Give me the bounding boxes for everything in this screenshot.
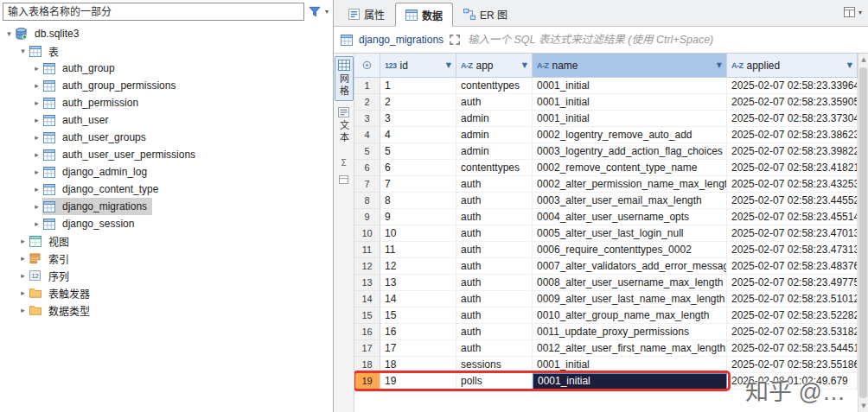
- grid-cell-applied[interactable]: 2025-02-07 02:58:23.418212: [727, 160, 858, 176]
- tree-item-tables-folder[interactable]: ▾表: [0, 42, 333, 60]
- grid-cell-app[interactable]: admin: [456, 127, 533, 143]
- grid-cell-name[interactable]: 0008_alter_user_username_max_length: [533, 275, 727, 291]
- grid-cell-applied[interactable]: 2025-02-07 02:58:23.522828: [727, 307, 858, 324]
- grid-cell-applied[interactable]: 2025-02-07 02:58:23.510125: [727, 291, 858, 307]
- grid-cell-id[interactable]: 7: [380, 176, 456, 193]
- grid-cell-app[interactable]: auth: [456, 176, 533, 193]
- strip-tab-grid-view[interactable]: 网格: [335, 56, 354, 101]
- scroll-up-icon[interactable]: ▲: [858, 54, 868, 66]
- grid-cell-app[interactable]: polls: [456, 373, 533, 390]
- grid-cell-name[interactable]: 0001_initial: [533, 94, 727, 111]
- filter-funnel-icon[interactable]: [309, 6, 321, 17]
- tree-item-table-auth-user[interactable]: ▸auth_user: [0, 111, 333, 129]
- column-header-id[interactable]: 123id▼: [380, 54, 456, 77]
- value-panel-icon[interactable]: [339, 175, 348, 184]
- row-number[interactable]: 17: [354, 340, 380, 357]
- grid-cell-id[interactable]: 15: [380, 307, 456, 324]
- grid-cell-id[interactable]: 11: [380, 242, 456, 258]
- grid-cell-id[interactable]: 6: [380, 160, 456, 176]
- row-number[interactable]: 8: [354, 193, 380, 209]
- column-filter-caret-icon[interactable]: ▼: [446, 61, 451, 69]
- caret-down-icon[interactable]: ▾: [3, 29, 15, 38]
- grid-cell-app[interactable]: contenttypes: [456, 160, 533, 176]
- caret-right-icon[interactable]: ▸: [17, 306, 29, 314]
- caret-right-icon[interactable]: ▸: [17, 288, 29, 297]
- grid-cell-applied[interactable]: 2025-02-07 02:58:23.359050: [727, 94, 858, 111]
- caret-right-icon[interactable]: ▸: [17, 237, 29, 245]
- grid-cell-id[interactable]: 14: [380, 291, 456, 307]
- grid-cell-applied[interactable]: 2025-02-07 02:58:23.551864: [727, 357, 858, 373]
- tree-item-table-auth-user-user-permissions[interactable]: ▸auth_user_user_permissions: [0, 146, 333, 163]
- row-number[interactable]: 1: [354, 78, 380, 94]
- column-header-applied[interactable]: A-Zapplied▼: [727, 54, 858, 77]
- row-number[interactable]: 9: [354, 209, 380, 225]
- grid-cell-app[interactable]: auth: [456, 307, 533, 324]
- aggregate-sum-icon[interactable]: Σ: [341, 157, 347, 168]
- grid-cell-app[interactable]: contenttypes: [456, 78, 533, 94]
- grid-cell-id[interactable]: 16: [380, 324, 456, 340]
- grid-cell-app[interactable]: auth: [456, 291, 533, 307]
- row-number[interactable]: 15: [354, 307, 380, 324]
- grid-cell-applied[interactable]: 2025-02-07 02:58:23.398225: [727, 143, 858, 160]
- column-header-app[interactable]: A-Zapp▼: [456, 54, 533, 77]
- row-number[interactable]: 18: [354, 357, 380, 373]
- tree-item-connection-db-sqlite3[interactable]: ▾db.sqlite3: [0, 25, 333, 42]
- grid-cell-id[interactable]: 4: [380, 127, 456, 143]
- current-table-name[interactable]: django_migrations: [359, 34, 444, 46]
- caret-right-icon[interactable]: ▸: [31, 98, 42, 107]
- row-number[interactable]: 2: [354, 94, 380, 111]
- grid-cell-name[interactable]: 0002_alter_permission_name_max_length: [533, 176, 727, 193]
- tree-item-sequences-folder[interactable]: ▸12序列: [0, 267, 333, 284]
- sql-filter-input[interactable]: [466, 33, 861, 47]
- grid-cell-applied[interactable]: 2025-02-08 01:02:49.679: [727, 373, 858, 390]
- grid-cell-applied[interactable]: 2025-02-07 02:58:23.473138: [727, 242, 858, 258]
- row-number[interactable]: 10: [354, 225, 380, 242]
- grid-cell-app[interactable]: auth: [456, 324, 533, 340]
- column-filter-caret-icon[interactable]: ▼: [522, 61, 527, 69]
- grid-cell-name[interactable]: 0007_alter_validators_add_error_messages: [533, 258, 727, 275]
- tree-item-table-django-content-type[interactable]: ▸django_content_type: [0, 181, 333, 198]
- caret-right-icon[interactable]: ▸: [31, 64, 42, 73]
- grid-cell-name[interactable]: 0003_alter_user_email_max_length: [533, 193, 727, 209]
- table-filter-input[interactable]: [3, 3, 304, 21]
- grid-corner-button[interactable]: [354, 54, 380, 77]
- grid-cell-applied[interactable]: 2025-02-07 02:58:23.483760: [727, 258, 858, 275]
- grid-cell-name[interactable]: 0001_initial: [533, 111, 727, 127]
- row-number[interactable]: 19: [354, 373, 380, 390]
- grid-cell-name[interactable]: 0010_alter_group_name_max_length: [533, 307, 727, 324]
- tree-item-table-auth-group-permissions[interactable]: ▸auth_group_permissions: [0, 77, 333, 94]
- grid-cell-name[interactable]: 0002_logentry_remove_auto_add: [533, 127, 727, 143]
- grid-cell-app[interactable]: sessions: [456, 357, 533, 373]
- column-filter-caret-icon[interactable]: ▼: [847, 61, 852, 69]
- grid-cell-applied[interactable]: 2025-02-07 02:58:23.497751: [727, 275, 858, 291]
- tree-item-table-django-session[interactable]: ▸django_session: [0, 215, 333, 232]
- grid-cell-applied[interactable]: 2025-02-07 02:58:23.531821: [727, 324, 858, 340]
- tab-properties[interactable]: 属性: [338, 2, 395, 26]
- grid-cell-app[interactable]: admin: [456, 111, 533, 127]
- row-number[interactable]: 7: [354, 176, 380, 193]
- maximize-panel-icon[interactable]: [450, 35, 460, 45]
- tree-item-table-auth-user-groups[interactable]: ▸auth_user_groups: [0, 129, 333, 146]
- tree-item-table-auth-permission[interactable]: ▸auth_permission: [0, 94, 333, 111]
- grid-cell-name[interactable]: 0002_remove_content_type_name: [533, 160, 727, 176]
- filter-menu-caret-icon[interactable]: ▾: [325, 8, 329, 16]
- grid-cell-name[interactable]: 0001_initial: [533, 357, 727, 373]
- grid-cell-applied[interactable]: 2025-02-07 02:58:23.432536: [727, 176, 858, 193]
- caret-right-icon[interactable]: ▸: [17, 254, 29, 263]
- column-filter-caret-icon[interactable]: ▼: [717, 61, 722, 69]
- caret-right-icon[interactable]: ▸: [31, 81, 42, 90]
- grid-cell-applied[interactable]: 2025-02-07 02:58:23.373042: [727, 111, 858, 127]
- row-number[interactable]: 5: [354, 143, 380, 160]
- grid-cell-app[interactable]: auth: [456, 94, 533, 111]
- grid-cell-id[interactable]: 8: [380, 193, 456, 209]
- grid-cell-name[interactable]: 0004_alter_user_username_opts: [533, 209, 727, 225]
- grid-cell-id[interactable]: 9: [380, 209, 456, 225]
- grid-cell-name[interactable]: 0001_initial: [533, 373, 727, 390]
- scrollbar-thumb[interactable]: [859, 67, 867, 398]
- grid-cell-id[interactable]: 5: [380, 143, 456, 160]
- caret-right-icon[interactable]: ▸: [31, 116, 42, 124]
- tree-item-views-folder[interactable]: ▸视图: [0, 232, 333, 250]
- grid-cell-app[interactable]: auth: [456, 225, 533, 242]
- grid-cell-applied[interactable]: 2025-02-07 02:58:23.339647: [727, 78, 858, 94]
- tree-item-table-django-migrations[interactable]: ▸django_migrations: [0, 198, 333, 215]
